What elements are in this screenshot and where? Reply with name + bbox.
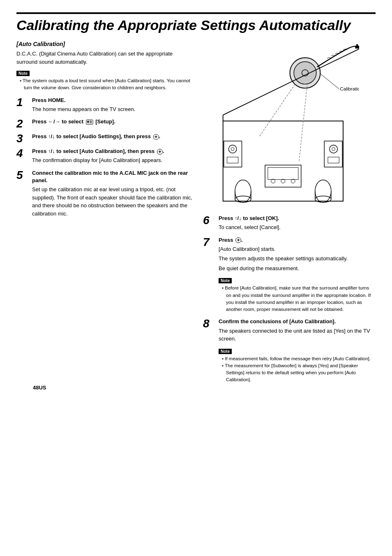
svg-rect-16 — [268, 167, 298, 179]
svg-line-37 — [320, 74, 339, 89]
svg-rect-14 — [328, 157, 339, 163]
step-1: 1 Press HOME. The home menu appears on t… — [16, 97, 193, 115]
svg-line-34 — [299, 86, 307, 161]
step-7: 7 Press +. [Auto Calibration] starts. Th… — [203, 236, 376, 274]
svg-point-24 — [315, 180, 331, 203]
note-label-2: Note — [219, 278, 232, 283]
svg-rect-5 — [90, 123, 92, 123]
svg-point-29 — [294, 62, 316, 84]
note-label-1: Note — [16, 71, 30, 76]
step-7-body1: [Auto Calibration] starts. — [219, 245, 376, 253]
svg-rect-3 — [90, 121, 92, 121]
step-7-body3: Be quiet during the measurement. — [219, 264, 376, 273]
step-num-6: 6 — [203, 215, 215, 226]
note-box-3: Note If measurement fails, follow the me… — [219, 348, 376, 384]
note-box-1: Note The system outputs a loud test soun… — [16, 70, 193, 92]
page-number: 48US — [33, 385, 392, 391]
svg-rect-2 — [87, 123, 89, 123]
step-2: 2 Press ←/→ to select [Setup]. — [16, 118, 193, 130]
note-item-1-1: The system outputs a loud test sound whe… — [20, 77, 193, 92]
svg-line-33 — [259, 84, 295, 137]
step-num-5: 5 — [16, 169, 29, 181]
svg-point-8 — [228, 145, 236, 153]
step-8-body: The speakers connected to the unit are l… — [219, 327, 376, 343]
step-5-body: Set up the calibration mic at ear level … — [32, 185, 193, 218]
svg-text:Calibration mic: Calibration mic — [340, 86, 359, 91]
step-1-body: The home menu appears on the TV screen. — [32, 105, 193, 114]
step-7-body2: The system adjusts the speaker settings … — [219, 255, 376, 263]
svg-rect-6 — [223, 121, 343, 201]
note-item-2-1: Before [Auto Calibration], make sure tha… — [222, 285, 376, 313]
section-intro: D.C.A.C. (Digital Cinema Auto Calibratio… — [16, 50, 193, 66]
note-item-3-1: If measurement fails, follow the message… — [222, 355, 376, 362]
step-4: 4 Press ↑/↓ to select [Auto Calibration]… — [16, 148, 193, 166]
step-num-8: 8 — [203, 318, 215, 329]
step-6-title: Press ↑/↓ to select [OK]. — [219, 215, 376, 222]
diagram-container: Calibration mic — [203, 41, 376, 211]
note-label-3: Note — [219, 349, 232, 354]
svg-point-20 — [235, 180, 251, 203]
svg-point-12 — [330, 145, 337, 153]
section-subtitle: [Auto Calibration] — [16, 41, 193, 47]
note-list-2: Before [Auto Calibration], make sure tha… — [219, 285, 376, 313]
svg-rect-15 — [265, 165, 301, 188]
svg-rect-32 — [356, 44, 358, 46]
step-3-title: Press ↑/↓ to select [Audio Settings], th… — [32, 133, 193, 140]
step-4-body: The confirmation display for [Auto Calib… — [32, 156, 193, 164]
step-2-title: Press ←/→ to select [Setup]. — [32, 118, 193, 125]
svg-rect-10 — [227, 157, 238, 163]
svg-rect-1 — [87, 121, 89, 122]
step-num-1: 1 — [16, 97, 29, 108]
step-num-3: 3 — [16, 133, 29, 144]
step-num-2: 2 — [16, 118, 29, 130]
step-5: 5 Connect the calibration mic to the A.C… — [16, 169, 193, 219]
step-7-title: Press +. — [219, 236, 376, 244]
step-6-body: To cancel, select [Cancel]. — [219, 223, 376, 232]
svg-point-9 — [231, 148, 234, 151]
note-item-3-2: The measurement for [Subwoofer] is alway… — [222, 362, 376, 384]
step-8: 8 Confirm the conclusions of [Auto Calib… — [203, 318, 376, 344]
step-num-7: 7 — [203, 236, 215, 248]
svg-line-35 — [223, 49, 359, 115]
top-border — [16, 12, 376, 14]
step-1-title: Press HOME. — [32, 97, 193, 104]
step-4-title: Press ↑/↓ to select [Auto Calibration], … — [32, 148, 193, 155]
step-3: 3 Press ↑/↓ to select [Audio Settings], … — [16, 133, 193, 144]
setup-icon — [86, 119, 93, 125]
step-5-title: Connect the calibration mic to the A.CAL… — [32, 169, 193, 184]
svg-point-13 — [332, 148, 335, 151]
calibration-diagram: Calibration mic — [203, 41, 359, 209]
svg-rect-4 — [90, 122, 92, 122]
svg-rect-31 — [355, 46, 359, 49]
note-list-1: The system outputs a loud test sound whe… — [16, 77, 193, 92]
page-title: Calibrating the Appropriate Settings Aut… — [16, 17, 376, 33]
step-num-4: 4 — [16, 148, 29, 159]
note-box-2: Note Before [Auto Calibration], make sur… — [219, 277, 376, 313]
note-list-3: If measurement fails, follow the message… — [219, 355, 376, 384]
step-8-title: Confirm the conclusions of [Auto Calibra… — [219, 318, 376, 325]
step-6: 6 Press ↑/↓ to select [OK]. To cancel, s… — [203, 215, 376, 233]
